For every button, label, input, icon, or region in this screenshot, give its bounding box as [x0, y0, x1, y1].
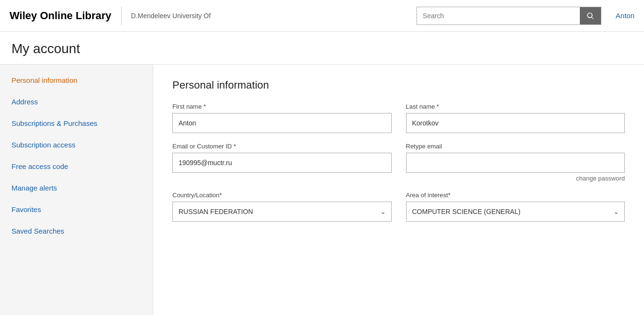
area-label: Area of interest* [406, 191, 625, 199]
email-label: Email or Customer ID * [172, 143, 392, 150]
sidebar-item-address[interactable]: Address [0, 91, 153, 112]
first-name-input[interactable] [172, 113, 392, 133]
site-logo: Wiley Online Library [10, 10, 112, 22]
main-layout: Personal information Address Subscriptio… [0, 65, 644, 315]
content-area: Personal information First name * Last n… [153, 65, 644, 315]
country-select[interactable]: RUSSIAN FEDERATION UNITED STATES UNITED … [172, 202, 392, 222]
search-input[interactable] [417, 7, 580, 24]
change-password-link[interactable]: change password [406, 175, 625, 182]
page-title: My account [11, 41, 633, 56]
form-group-retype-email: Retype email change password [406, 143, 625, 182]
sidebar-item-free-access-code[interactable]: Free access code [0, 156, 153, 177]
sidebar-item-saved-searches[interactable]: Saved Searches [0, 220, 153, 242]
form-row-email: Email or Customer ID * Retype email chan… [172, 143, 625, 182]
form-group-last-name: Last name * [406, 103, 625, 133]
page-title-section: My account [0, 32, 644, 65]
search-input-wrapper [417, 7, 601, 25]
sidebar-item-subscription-access[interactable]: Subscription access [0, 134, 153, 156]
sidebar-item-personal-information[interactable]: Personal information [0, 69, 153, 91]
institution-name: D.Mendeleev University Of [131, 12, 211, 20]
last-name-input[interactable] [406, 113, 625, 133]
country-label: Country/Location* [172, 191, 392, 199]
user-name[interactable]: Anton [616, 11, 634, 20]
retype-email-label: Retype email [406, 143, 625, 150]
content-title: Personal information [172, 79, 625, 91]
last-name-label: Last name * [406, 103, 625, 110]
email-input[interactable] [172, 153, 392, 173]
form-group-email: Email or Customer ID * [172, 143, 392, 182]
area-select[interactable]: COMPUTER SCIENCE (GENERAL) MATHEMATICS P… [406, 202, 625, 222]
form-group-first-name: First name * [172, 103, 392, 133]
sidebar-item-manage-alerts[interactable]: Manage alerts [0, 177, 153, 199]
form-group-area: Area of interest* COMPUTER SCIENCE (GENE… [406, 191, 625, 222]
form-row-location: Country/Location* RUSSIAN FEDERATION UNI… [172, 191, 625, 222]
search-button[interactable] [580, 7, 601, 24]
sidebar-item-favorites[interactable]: Favorites [0, 199, 153, 220]
first-name-label: First name * [172, 103, 392, 110]
header: Wiley Online Library D.Mendeleev Univers… [0, 0, 644, 32]
area-select-wrapper: COMPUTER SCIENCE (GENERAL) MATHEMATICS P… [406, 202, 625, 222]
search-bar [417, 7, 601, 25]
search-icon [586, 11, 595, 20]
form-row-name: First name * Last name * [172, 103, 625, 133]
header-divider [121, 6, 122, 25]
sidebar: Personal information Address Subscriptio… [0, 65, 153, 315]
country-select-wrapper: RUSSIAN FEDERATION UNITED STATES UNITED … [172, 202, 392, 222]
retype-email-input[interactable] [406, 153, 625, 173]
form-group-country: Country/Location* RUSSIAN FEDERATION UNI… [172, 191, 392, 222]
sidebar-item-subscriptions-purchases[interactable]: Subscriptions & Purchases [0, 112, 153, 134]
